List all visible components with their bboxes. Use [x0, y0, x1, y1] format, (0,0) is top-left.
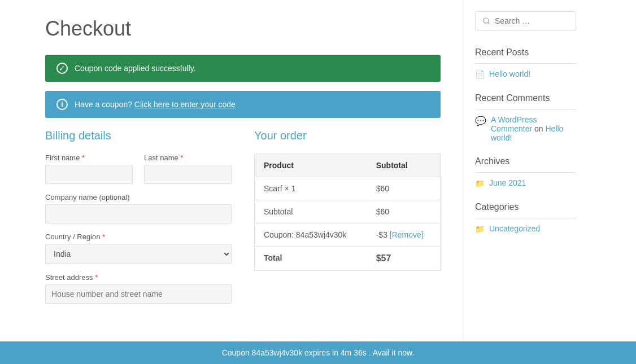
- commenter-link[interactable]: A WordPress Commenter: [491, 115, 537, 133]
- billing-title: Billing details: [45, 129, 232, 142]
- category-folder-icon: 📁: [475, 225, 485, 234]
- street-input[interactable]: [45, 284, 232, 304]
- order-table: Product Subtotal Scarf × 1$60Subtotal$60…: [254, 154, 441, 271]
- main-content: Checkout ✓ Coupon code applied successfu…: [0, 0, 463, 364]
- category-text: Uncategorized: [489, 224, 540, 233]
- recent-comment-item: 💬 A WordPress Commenter on Hello world!: [475, 115, 576, 142]
- success-message: Coupon code applied successfully.: [75, 64, 196, 73]
- footer-message: Coupon 84a53wj4v30k expires in 4m 36s . …: [222, 348, 415, 357]
- table-cell-product: Total: [255, 247, 367, 271]
- archive-text: June 2021: [489, 178, 526, 187]
- table-cell-subtotal: -$3 [Remove]: [367, 223, 441, 247]
- search-box: [475, 11, 576, 30]
- col-product: Product: [255, 154, 367, 177]
- required-star: *: [82, 154, 85, 162]
- country-group: Country / Region * India: [45, 233, 232, 264]
- country-label: Country / Region *: [45, 233, 232, 241]
- coupon-link[interactable]: Click here to enter your code: [134, 100, 236, 109]
- last-name-input[interactable]: [144, 165, 232, 184]
- svg-line-1: [488, 23, 490, 24]
- first-name-group: First name *: [45, 154, 133, 184]
- page-title: Checkout: [45, 17, 441, 41]
- archive-item: 📁 June 2021: [475, 178, 576, 188]
- recent-comments-section: Recent Comments 💬 A WordPress Commenter …: [475, 93, 576, 142]
- search-icon: [482, 17, 490, 25]
- svg-point-0: [483, 18, 489, 23]
- table-row: Subtotal$60: [255, 200, 441, 223]
- table-cell-product: Subtotal: [255, 200, 367, 223]
- archive-folder-icon: 📁: [475, 179, 485, 188]
- categories-title: Categories: [475, 202, 576, 218]
- table-cell-subtotal: $60: [367, 177, 441, 200]
- table-row: Scarf × 1$60: [255, 177, 441, 200]
- table-cell-product: Scarf × 1: [255, 177, 367, 200]
- table-cell-subtotal: $60: [367, 200, 441, 223]
- required-star-3: *: [102, 233, 105, 241]
- archives-title: Archives: [475, 156, 576, 173]
- remove-link[interactable]: [Remove]: [390, 230, 424, 239]
- archives-section: Archives 📁 June 2021: [475, 156, 576, 188]
- table-cell-product: Coupon: 84a53wj4v30k: [255, 223, 367, 247]
- categories-section: Categories 📁 Uncategorized: [475, 202, 576, 234]
- first-name-input[interactable]: [45, 165, 133, 184]
- table-header-row: Product Subtotal: [255, 154, 441, 177]
- required-star-4: *: [95, 273, 98, 282]
- required-star-2: *: [180, 154, 183, 162]
- comment-icon: 💬: [475, 116, 486, 126]
- search-input[interactable]: [495, 16, 594, 25]
- table-row: Coupon: 84a53wj4v30k-$3 [Remove]: [255, 223, 441, 247]
- info-text: Have a coupon? Click here to enter your …: [75, 100, 236, 109]
- uncategorized-link[interactable]: Uncategorized: [489, 224, 540, 233]
- footer-bar: Coupon 84a53wj4v30k expires in 4m 36s . …: [0, 341, 636, 364]
- comment-text: A WordPress Commenter on Hello world!: [491, 115, 576, 142]
- success-icon: ✓: [56, 63, 68, 74]
- info-icon: i: [56, 99, 68, 110]
- last-name-label: Last name *: [144, 154, 232, 162]
- street-label: Street address *: [45, 273, 232, 282]
- order-title: Your order: [254, 129, 441, 142]
- street-group: Street address *: [45, 273, 232, 304]
- last-name-group: Last name *: [144, 154, 232, 184]
- recent-posts-title: Recent Posts: [475, 47, 576, 64]
- june-2021-link[interactable]: June 2021: [489, 178, 526, 187]
- recent-post-item: 📄 Hello world!: [475, 69, 576, 79]
- recent-comments-title: Recent Comments: [475, 93, 576, 109]
- company-label: Company name (optional): [45, 193, 232, 201]
- table-cell-subtotal: $57: [367, 247, 441, 271]
- success-alert: ✓ Coupon code applied successfully.: [45, 55, 441, 82]
- category-item: 📁 Uncategorized: [475, 224, 576, 234]
- document-icon: 📄: [475, 70, 485, 79]
- billing-section: Billing details First name * Last name *: [45, 129, 232, 304]
- info-alert: i Have a coupon? Click here to enter you…: [45, 91, 441, 118]
- sidebar: Recent Posts 📄 Hello world! Recent Comme…: [463, 0, 587, 364]
- recent-posts-section: Recent Posts 📄 Hello world!: [475, 47, 576, 79]
- company-group: Company name (optional): [45, 193, 232, 223]
- company-input[interactable]: [45, 204, 232, 223]
- hello-world-link[interactable]: Hello world!: [489, 69, 530, 78]
- country-select[interactable]: India: [45, 244, 232, 264]
- order-section: Your order Product Subtotal Scarf × 1$60…: [254, 129, 441, 304]
- table-row: Total$57: [255, 247, 441, 271]
- recent-post-text: Hello world!: [489, 69, 530, 78]
- first-name-label: First name *: [45, 154, 133, 162]
- col-subtotal: Subtotal: [367, 154, 441, 177]
